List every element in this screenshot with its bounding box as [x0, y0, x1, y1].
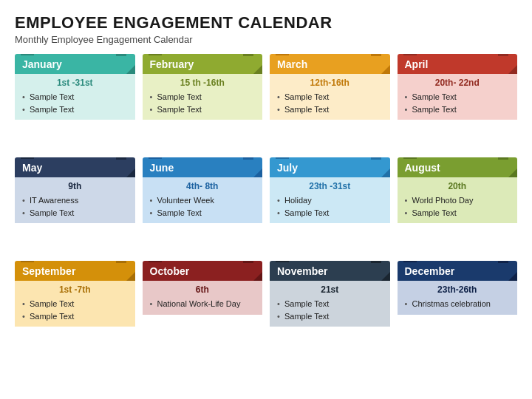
items-mar: Sample TextSample Text: [276, 91, 384, 115]
card-aug: August 20th World Photo DaySample Text: [398, 157, 518, 253]
list-item: Holiday: [276, 194, 384, 207]
items-aug: World Photo DaySample Text: [403, 194, 512, 219]
list-item: Sample Text: [149, 207, 257, 219]
month-name-jun: June: [150, 162, 174, 174]
month-name-nov: November: [277, 265, 327, 277]
date-range-mar: 12th-16th: [276, 78, 384, 88]
month-name-aug: August: [405, 162, 440, 174]
date-range-jul: 23th -31st: [276, 181, 384, 191]
month-name-may: May: [22, 162, 42, 174]
list-item: Sample Text: [21, 103, 129, 116]
list-item: Sample Text: [403, 91, 512, 103]
list-item: Sample Text: [21, 310, 129, 323]
list-item: National Work-Life Day: [149, 298, 257, 310]
card-dec: December 23th-26th Christmas celebration: [398, 261, 518, 357]
card-nov: November 21st Sample TextSample Text: [270, 261, 390, 357]
date-range-feb: 15 th -16th: [149, 78, 257, 88]
month-name-jan: January: [22, 58, 62, 70]
page-title: EMPLOYEE ENGAGEMENT CALENDAR: [15, 13, 517, 33]
month-name-oct: October: [150, 265, 190, 277]
card-oct: October 6th National Work-Life Day: [143, 261, 263, 357]
list-item: World Photo Day: [403, 194, 512, 207]
items-may: IT AwarenessSample Text: [21, 194, 129, 219]
list-item: Sample Text: [276, 103, 384, 116]
items-oct: National Work-Life Day: [149, 298, 257, 310]
card-feb: February 15 th -16th Sample TextSample T…: [143, 54, 263, 150]
month-name-feb: February: [150, 58, 194, 70]
list-item: Sample Text: [403, 207, 512, 219]
page-subtitle: Monthly Employee Engagement Calendar: [15, 34, 517, 45]
date-range-aug: 20th: [403, 181, 512, 191]
card-may: May 9th IT AwarenessSample Text: [15, 157, 135, 253]
list-item: Volunteer Week: [149, 194, 257, 207]
list-item: Sample Text: [21, 298, 129, 310]
list-item: Sample Text: [149, 91, 257, 103]
list-item: Christmas celebration: [403, 298, 512, 310]
date-range-dec: 23th-26th: [403, 284, 512, 295]
month-name-apr: April: [405, 58, 429, 70]
list-item: Sample Text: [276, 310, 384, 323]
items-jan: Sample TextSample Text: [21, 91, 129, 115]
month-name-jul: July: [277, 162, 298, 174]
card-jan: January 1st -31st Sample TextSample Text: [15, 54, 135, 150]
month-name-sep: September: [22, 265, 75, 277]
items-sep: Sample TextSample Text: [21, 298, 129, 322]
items-apr: Sample TextSample Text: [403, 91, 512, 115]
date-range-oct: 6th: [149, 284, 257, 295]
date-range-may: 9th: [21, 181, 129, 191]
card-apr: April 20th- 22nd Sample TextSample Text: [398, 54, 518, 150]
month-name-dec: December: [405, 265, 455, 277]
items-jun: Volunteer WeekSample Text: [149, 194, 257, 219]
card-sep: September 1st -7th Sample TextSample Tex…: [15, 261, 135, 357]
list-item: Sample Text: [21, 207, 129, 219]
list-item: Sample Text: [21, 91, 129, 103]
date-range-jan: 1st -31st: [21, 78, 129, 88]
items-feb: Sample TextSample Text: [149, 91, 257, 115]
list-item: Sample Text: [276, 298, 384, 310]
date-range-jun: 4th- 8th: [149, 181, 257, 191]
date-range-nov: 21st: [276, 284, 384, 295]
list-item: Sample Text: [276, 207, 384, 219]
list-item: Sample Text: [276, 91, 384, 103]
calendar-grid: January 1st -31st Sample TextSample Text: [15, 54, 517, 357]
items-dec: Christmas celebration: [403, 298, 512, 310]
list-item: Sample Text: [149, 103, 257, 116]
list-item: Sample Text: [403, 103, 512, 116]
list-item: IT Awareness: [21, 194, 129, 207]
items-jul: HolidaySample Text: [276, 194, 384, 219]
month-name-mar: March: [277, 58, 307, 70]
card-mar: March 12th-16th Sample TextSample Text: [270, 54, 390, 150]
items-nov: Sample TextSample Text: [276, 298, 384, 322]
date-range-sep: 1st -7th: [21, 284, 129, 295]
date-range-apr: 20th- 22nd: [403, 78, 512, 88]
card-jul: July 23th -31st HolidaySample Text: [270, 157, 390, 253]
card-jun: June 4th- 8th Volunteer WeekSample Text: [143, 157, 263, 253]
